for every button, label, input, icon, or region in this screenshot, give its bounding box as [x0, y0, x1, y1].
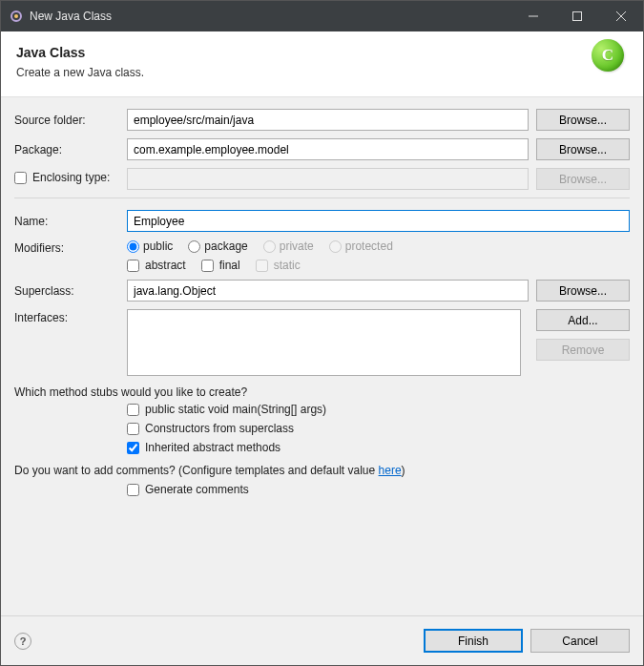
modifier-package-radio[interactable] [188, 240, 200, 253]
titlebar: New Java Class [1, 1, 643, 31]
label-package: Package: [14, 143, 127, 156]
modifier-private-radio [263, 240, 276, 253]
modifier-static-checkbox [256, 260, 268, 272]
stub-inherited-checkbox[interactable] [127, 442, 139, 454]
name-input[interactable] [127, 210, 630, 232]
label-superclass: Superclass: [14, 284, 127, 298]
cancel-button[interactable]: Cancel [530, 629, 630, 653]
dialog-subtitle: Create a new Java class. [16, 66, 628, 79]
browse-source-folder-button[interactable]: Browse... [536, 109, 630, 131]
label-enclosing-type: Enclosing type: [14, 171, 127, 187]
stub-constructors-checkbox[interactable] [127, 423, 139, 435]
browse-enclosing-type-button: Browse... [536, 168, 630, 190]
enclosing-type-checkbox[interactable] [14, 172, 27, 184]
enclosing-type-input [127, 168, 529, 190]
modifier-final-checkbox[interactable] [201, 260, 214, 272]
svg-rect-3 [573, 12, 582, 21]
label-comments-question: Do you want to add comments? (Configure … [14, 464, 630, 477]
modifier-public-radio[interactable] [127, 240, 139, 253]
package-input[interactable] [127, 138, 529, 160]
interfaces-list[interactable] [127, 309, 521, 376]
configure-here-link[interactable]: here [379, 464, 402, 477]
class-icon: C [592, 39, 624, 72]
modifier-protected-radio [329, 240, 342, 253]
separator [14, 198, 630, 198]
minimize-button[interactable] [511, 1, 555, 31]
svg-point-1 [14, 14, 18, 18]
generate-comments-checkbox[interactable] [127, 484, 139, 496]
remove-interface-button: Remove [536, 339, 630, 361]
label-interfaces: Interfaces: [14, 309, 127, 324]
window-title: New Java Class [30, 10, 112, 23]
modifier-abstract-checkbox[interactable] [127, 260, 139, 272]
help-icon[interactable]: ? [14, 633, 31, 650]
maximize-button[interactable] [555, 1, 599, 31]
dialog-title: Java Class [16, 45, 628, 60]
label-source-folder: Source folder: [14, 114, 127, 127]
app-icon [9, 9, 24, 24]
finish-button[interactable]: Finish [424, 629, 523, 653]
dialog-footer: ? Finish Cancel [1, 615, 643, 665]
superclass-input[interactable] [127, 280, 529, 302]
browse-superclass-button[interactable]: Browse... [536, 280, 630, 302]
source-folder-input[interactable] [127, 109, 529, 131]
label-modifiers: Modifiers: [14, 239, 127, 255]
label-name: Name: [14, 215, 127, 228]
label-stubs-question: Which method stubs would you like to cre… [14, 385, 630, 399]
close-button[interactable] [599, 1, 643, 31]
dialog-header: Java Class Create a new Java class. C [1, 31, 643, 97]
stub-main-checkbox[interactable] [127, 404, 139, 416]
add-interface-button[interactable]: Add... [536, 309, 630, 331]
browse-package-button[interactable]: Browse... [536, 138, 630, 160]
